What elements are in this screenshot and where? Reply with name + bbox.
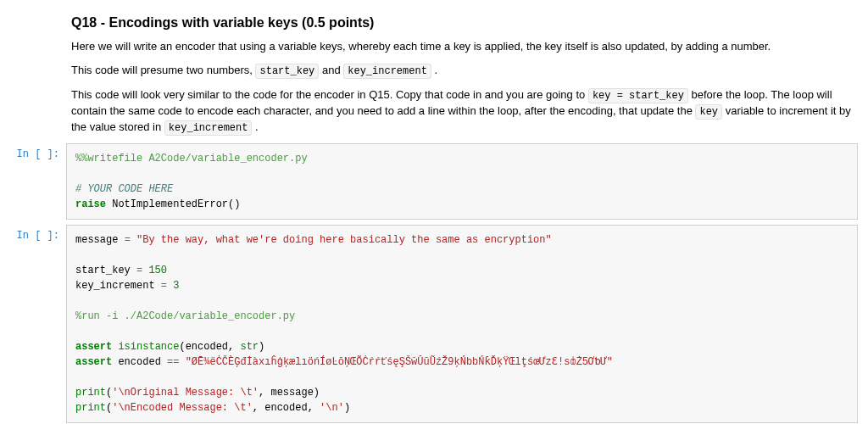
num-3: 3: [173, 280, 179, 292]
p3-part1: This code will look very similar to the …: [71, 88, 588, 101]
builtin-print2: print: [75, 402, 106, 414]
prompt-2: In [ ]:: [0, 225, 66, 423]
magic-writefile: %%writefile A2Code/variable_encoder.py: [75, 153, 308, 165]
op-eq3: =: [161, 280, 167, 292]
p2-dot: .: [434, 64, 437, 76]
presume-paragraph: This code will presume two numbers, star…: [71, 63, 851, 79]
id-keyinc: key_increment: [75, 280, 155, 292]
id-message: message: [75, 234, 118, 246]
code-cell-1: In [ ]: %%writefile A2Code/variable_enco…: [0, 143, 868, 220]
print2-close: ): [344, 402, 350, 414]
str-expected: "ØĒ¾ëĊČÈĢđİàxıĥģķælıöńÍøĿōŅŒÕĊŕŕťśęŞŠŵÛū…: [186, 356, 613, 368]
p2-part1: This code will presume two numbers,: [71, 64, 255, 76]
magic-run: %run -i ./A2Code/variable_encoder.py: [75, 310, 295, 322]
print2-mid: , encoded,: [253, 402, 320, 414]
str-enc: '\nEncoded Message: \t': [112, 402, 253, 414]
builtin-str: str: [240, 341, 259, 353]
paren-close: ): [259, 341, 264, 353]
code-cell-2: In [ ]: message = "By the way, what we'r…: [0, 225, 868, 423]
id-notimpl: NotImplementedError(): [112, 198, 240, 210]
builtin-print1: print: [75, 387, 106, 399]
code-key-increment-2: key_increment: [164, 120, 253, 136]
question-heading: Q18 - Encodings with variable keys (0.5 …: [71, 15, 851, 31]
str-orig: '\nOriginal Message: \t': [112, 387, 259, 399]
code-start-key: start_key: [255, 64, 319, 79]
instructions-paragraph: This code will look very similar to the …: [71, 87, 851, 135]
code-input-1[interactable]: %%writefile A2Code/variable_encoder.py #…: [66, 143, 858, 220]
op-eqeq: ==: [167, 356, 179, 368]
op-eq: =: [125, 234, 131, 246]
str-message: "By the way, what we're doing here basic…: [136, 234, 552, 246]
kw-assert1: assert: [75, 341, 112, 353]
p2-and: and: [322, 64, 343, 76]
code-input-2[interactable]: message = "By the way, what we're doing …: [66, 225, 858, 423]
intro-paragraph: Here we will write an encoder that using…: [71, 39, 851, 54]
code-key-assign: key = start_key: [588, 88, 688, 103]
comment-your-code: # YOUR CODE HERE: [75, 183, 173, 195]
kw-assert2: assert: [75, 356, 112, 368]
kw-raise: raise: [75, 198, 106, 210]
id-startkey: start_key: [75, 265, 131, 276]
code-key: key: [695, 104, 722, 120]
question-text-section: Q18 - Encodings with variable keys (0.5 …: [71, 15, 868, 135]
print1-rest: , message): [259, 387, 320, 399]
prompt-1: In [ ]:: [0, 143, 66, 220]
op-eq2: =: [136, 265, 142, 276]
code-key-increment: key_increment: [343, 64, 431, 79]
id-encoded: encoded: [118, 356, 160, 368]
p3-dot: .: [255, 120, 259, 133]
document-root: Q18 - Encodings with variable keys (0.5 …: [0, 15, 868, 423]
num-150: 150: [148, 265, 167, 276]
str-nl: '\n': [320, 402, 344, 414]
call-isinstance: (encoded,: [179, 341, 240, 353]
builtin-isinstance: isinstance: [118, 341, 179, 353]
